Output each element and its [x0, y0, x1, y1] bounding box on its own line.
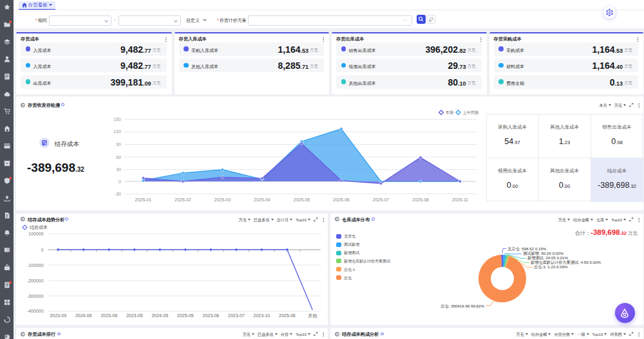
svg-text:0: 0 — [41, 248, 44, 252]
svg-text:120: 120 — [113, 129, 121, 134]
svg-text:-100000: -100000 — [27, 263, 44, 268]
svg-text:90: 90 — [116, 142, 121, 147]
svg-text:2025-05: 2025-05 — [177, 313, 194, 318]
svg-text:2025-07: 2025-07 — [373, 197, 390, 202]
svg-text:2023-09: 2023-09 — [50, 313, 66, 318]
svg-text:2023-08: 2023-08 — [100, 313, 117, 318]
svg-text:2023-06: 2023-06 — [203, 313, 220, 318]
svg-text:2025-02: 2025-02 — [175, 197, 191, 202]
svg-text:100000: 100000 — [28, 232, 43, 236]
svg-text:-30: -30 — [115, 192, 121, 196]
svg-text:总仓-1: 1.23 0.00%: 总仓-1: 1.23 0.00% — [533, 264, 568, 269]
svg-text:2025-11: 2025-11 — [452, 197, 468, 202]
svg-text:60: 60 — [116, 155, 121, 160]
svg-text:2023-10: 2023-10 — [254, 313, 270, 318]
svg-text:2025-08: 2025-08 — [412, 197, 429, 202]
svg-text:2025-05: 2025-05 — [294, 197, 310, 202]
svg-text:2025-04: 2025-04 — [254, 197, 270, 202]
svg-text:本期: 本期 — [445, 111, 453, 115]
svg-text:30: 30 — [116, 167, 121, 172]
svg-text:150: 150 — [113, 117, 121, 122]
svg-text:2025-06: 2025-06 — [333, 197, 350, 202]
svg-text:-200000: -200000 — [27, 279, 44, 283]
svg-text:0: 0 — [118, 179, 121, 184]
svg-text:-400000: -400000 — [27, 309, 44, 313]
svg-text:其他: 其他 — [308, 313, 317, 318]
svg-text:2025-01: 2025-01 — [135, 197, 152, 202]
svg-text:2023-07: 2023-07 — [228, 313, 245, 318]
svg-text:上年同期: 上年同期 — [462, 111, 478, 115]
svg-text:2024-06: 2024-06 — [75, 313, 92, 318]
svg-text:2024-05: 2024-05 — [151, 313, 168, 318]
svg-text:2023-05: 2023-05 — [126, 313, 143, 318]
svg-text:结存成本: 结存成本 — [30, 225, 48, 230]
svg-text:2025-08: 2025-08 — [279, 313, 296, 318]
svg-text:2025-03: 2025-03 — [214, 197, 231, 202]
svg-text:总仓: 390416.99 99.82%: 总仓: 390416.99 99.82% — [440, 304, 484, 308]
svg-text:-300000: -300000 — [27, 294, 44, 298]
